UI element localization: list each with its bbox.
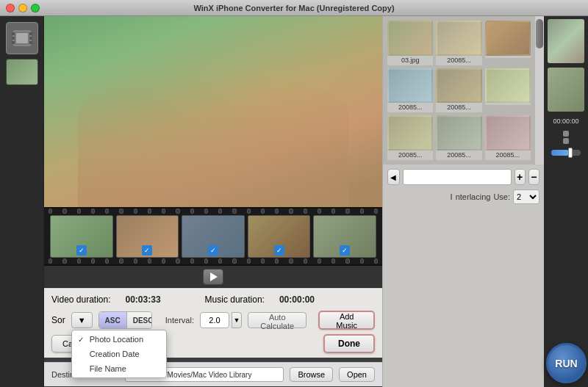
svg-rect-1: [12, 32, 15, 35]
photo-label-5: 20085...: [436, 103, 481, 112]
sort-current: ▼: [78, 316, 86, 325]
interval-label: Interval:: [165, 316, 194, 325]
asc-button[interactable]: ASC: [99, 312, 127, 328]
sort-label: Sor: [51, 315, 65, 325]
filmstrip-thumb-2[interactable]: ✓: [116, 215, 179, 258]
photo-grid: 03.jpg 20085...: [383, 16, 535, 164]
sort-option-label-2: Creation Date: [90, 350, 140, 358]
photo-thumb-6[interactable]: [485, 68, 531, 104]
right-panel-bottom: ◀ + − I nterlacing Use: 2 1 3: [383, 164, 544, 209]
photo-thumb-1[interactable]: [387, 21, 433, 56]
photo-item-9[interactable]: 20085...: [485, 115, 531, 160]
photo-item-1[interactable]: 03.jpg: [387, 21, 433, 65]
open-button[interactable]: Open: [339, 367, 375, 382]
photo-label-9: 20085...: [485, 151, 531, 160]
interlacing-label-full: nterlacing: [456, 192, 491, 201]
photo-grid-wrapper: 03.jpg 20085...: [383, 16, 544, 164]
photo-item-4[interactable]: 20085...: [387, 68, 433, 113]
filmstrip-check-4: ✓: [274, 245, 284, 256]
photo-label-8: 20085...: [436, 151, 481, 160]
duration-row: Video duration: 00:03:33 Music duration:…: [51, 294, 375, 305]
svg-rect-3: [12, 41, 15, 44]
photo-item-5[interactable]: 20085...: [436, 68, 481, 113]
photo-item-2[interactable]: 20085...: [436, 21, 481, 65]
filmstrip-thumb-5[interactable]: ✓: [313, 215, 376, 258]
svg-rect-7: [16, 33, 28, 43]
scrollbar-thumb[interactable]: [536, 19, 543, 48]
filmstrip-thumb-1[interactable]: ✓: [50, 215, 113, 258]
scroll-down-button[interactable]: [563, 138, 569, 144]
photo-thumb-9[interactable]: [485, 115, 531, 151]
volume-slider[interactable]: [551, 150, 581, 156]
video-duration-value: 00:03:33: [126, 294, 161, 305]
run-button[interactable]: RUN: [546, 343, 587, 383]
photo-thumb-5[interactable]: [436, 68, 481, 104]
sidebar-icon-film[interactable]: [6, 22, 38, 54]
photo-thumb-4[interactable]: [387, 68, 433, 104]
use-label: Use:: [493, 192, 510, 201]
photo-item-8[interactable]: 20085...: [436, 115, 481, 160]
auto-calculate-button[interactable]: Auto Calculate: [248, 312, 306, 328]
interlacing-row: I nterlacing Use: 2 1 3: [387, 189, 539, 204]
far-right-thumbnail-2: [548, 68, 584, 112]
left-sidebar: [0, 16, 44, 387]
sort-option-creation-date[interactable]: Creation Date: [72, 347, 166, 361]
photo-label-7: 20085...: [387, 151, 433, 160]
plus-button[interactable]: +: [514, 169, 526, 185]
filmstrip-thumb-4[interactable]: ✓: [248, 215, 311, 258]
far-right-panel: 00:00:00 RUN: [544, 16, 588, 387]
interval-dropdown-arrow[interactable]: ▼: [232, 312, 242, 328]
far-right-thumbnail: [548, 19, 584, 63]
photo-thumb-3[interactable]: [485, 21, 531, 56]
sort-option-file-name[interactable]: File Name: [72, 361, 166, 376]
filmstrip-check-5: ✓: [340, 245, 350, 256]
volume-fill: [551, 150, 569, 156]
filmstrip-check-2: ✓: [142, 245, 152, 256]
play-button[interactable]: [203, 269, 223, 285]
center-content: ✓ ✓ ✓ ✓ ✓: [44, 16, 382, 387]
add-music-button[interactable]: Add Music: [318, 311, 375, 330]
maximize-button[interactable]: [31, 4, 40, 12]
sidebar-thumbnail[interactable]: [6, 59, 38, 85]
photo-item-6[interactable]: [485, 68, 531, 113]
use-select[interactable]: 2 1 3: [513, 189, 539, 204]
window-controls: [6, 4, 40, 12]
minus-button[interactable]: −: [528, 169, 539, 185]
photo-thumb-8[interactable]: [436, 115, 481, 151]
sort-button[interactable]: ▼: [71, 312, 93, 328]
text-field[interactable]: [403, 169, 512, 185]
volume-handle[interactable]: [568, 148, 573, 158]
browse-button[interactable]: Browse: [290, 367, 333, 382]
interval-input[interactable]: [200, 312, 229, 328]
photo-label-6: [485, 103, 531, 105]
desc-button[interactable]: DESC: [127, 312, 152, 328]
music-duration-value: 00:00:00: [279, 294, 315, 305]
photo-label-4: 20085...: [387, 103, 433, 112]
run-button-container: RUN: [546, 343, 587, 383]
playback-controls: [44, 266, 382, 288]
sort-option-photo-location[interactable]: ✓ Photo Location: [72, 332, 166, 347]
music-duration-label: Music duration:: [205, 294, 265, 305]
sort-option-label-3: File Name: [90, 364, 126, 373]
photo-thumb-2[interactable]: [436, 21, 481, 56]
app-window: WinX iPhone Converter for Mac (Unregiste…: [0, 0, 588, 387]
scroll-up-button[interactable]: [563, 131, 569, 137]
photo-item-7[interactable]: 20085...: [387, 115, 433, 160]
checkmark-icon: ✓: [78, 336, 87, 344]
title-bar: WinX iPhone Converter for Mac (Unregiste…: [0, 0, 588, 16]
filmstrip-thumb-3[interactable]: ✓: [182, 215, 245, 258]
scrollbar[interactable]: [535, 16, 544, 164]
done-button[interactable]: Done: [323, 334, 375, 353]
asc-desc-buttons: ASC DESC: [98, 311, 152, 329]
sort-option-label: Photo Location: [90, 335, 143, 344]
svg-rect-2: [12, 37, 15, 40]
svg-rect-6: [29, 41, 32, 44]
back-button[interactable]: ◀: [387, 169, 400, 185]
close-button[interactable]: [6, 4, 15, 12]
window-title: WinX iPhone Converter for Mac (Unregiste…: [193, 4, 394, 12]
controls-row: Sor ▼ ✓ Photo Location: [51, 311, 375, 330]
photo-item-3[interactable]: [485, 21, 531, 65]
photo-label-2: 20085...: [436, 56, 481, 65]
minimize-button[interactable]: [18, 4, 27, 12]
photo-thumb-7[interactable]: [387, 115, 433, 151]
